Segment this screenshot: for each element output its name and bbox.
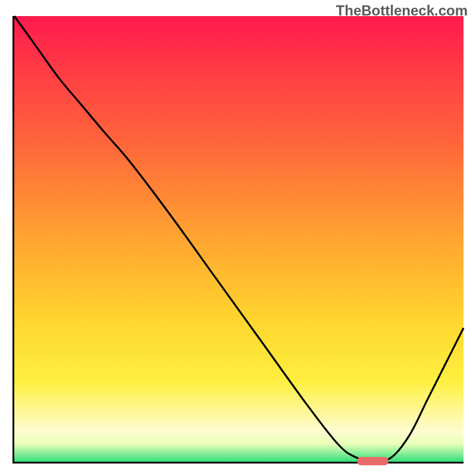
optimum-marker	[357, 457, 389, 465]
curve-path	[14, 16, 464, 462]
chart-container: TheBottleneck.com	[0, 0, 476, 476]
plot-area	[12, 16, 464, 464]
line-series	[14, 16, 464, 462]
watermark-text: TheBottleneck.com	[336, 2, 468, 19]
